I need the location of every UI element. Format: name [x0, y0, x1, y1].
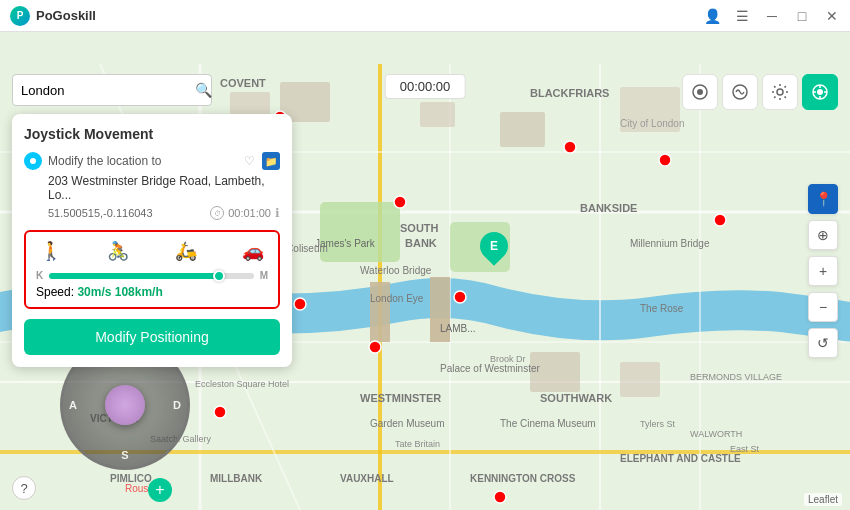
speed-prefix: Speed: [36, 285, 74, 299]
transport-icons: 🚶 🚴 🛵 🚗 [36, 240, 268, 262]
svg-point-50 [394, 196, 406, 208]
svg-text:BANK: BANK [405, 237, 437, 249]
favorite-button[interactable]: ♡ [240, 152, 258, 170]
svg-text:MILLBANK: MILLBANK [210, 473, 263, 484]
svg-point-58 [494, 491, 506, 503]
refresh-button[interactable]: ↺ [808, 328, 838, 358]
moped-icon[interactable]: 🛵 [175, 240, 197, 262]
time-value: 00:01:00 [228, 207, 271, 219]
svg-text:Eccleston Square Hotel: Eccleston Square Hotel [195, 379, 289, 389]
leaflet-credit: Leaflet [804, 493, 842, 506]
maximize-icon[interactable]: □ [794, 8, 810, 24]
svg-point-51 [564, 141, 576, 153]
svg-text:James's Park: James's Park [315, 238, 376, 249]
svg-point-53 [714, 214, 726, 226]
svg-text:The Cinema Museum: The Cinema Museum [500, 418, 596, 429]
svg-rect-12 [320, 202, 400, 262]
cursor-button[interactable]: ⊕ [808, 220, 838, 250]
search-icon[interactable]: 🔍 [195, 82, 212, 98]
speed-slider[interactable] [49, 273, 253, 279]
svg-text:London Eye: London Eye [370, 293, 424, 304]
location-time: ⏱ 00:01:00 ℹ [210, 206, 280, 220]
titlebar-controls: 👤 ☰ ─ □ ✕ [704, 8, 840, 24]
svg-text:WALWORTH: WALWORTH [690, 429, 742, 439]
svg-text:ELEPHANT AND CASTLE: ELEPHANT AND CASTLE [620, 453, 741, 464]
info-icon: ℹ [275, 206, 280, 220]
svg-text:SOUTH: SOUTH [400, 222, 439, 234]
walk-icon[interactable]: 🚶 [40, 240, 62, 262]
svg-text:East St: East St [730, 444, 760, 454]
zoom-in-button[interactable]: + [808, 256, 838, 286]
titlebar: P PoGoskill 👤 ☰ ─ □ ✕ [0, 0, 850, 32]
svg-rect-17 [500, 112, 545, 147]
speed-value: 30m/s 108km/h [77, 285, 162, 299]
clock-icon: ⏱ [210, 206, 224, 220]
svg-text:The Rose: The Rose [640, 303, 684, 314]
svg-point-57 [369, 341, 381, 353]
timer-display: 00:00:00 [385, 74, 466, 99]
location-pin-button[interactable]: 📍 [808, 184, 838, 214]
svg-rect-21 [370, 282, 390, 342]
location-coords: 51.500515,-0.116043 [48, 207, 153, 219]
svg-text:Brook Dr: Brook Dr [490, 354, 526, 364]
search-input[interactable] [21, 83, 189, 98]
speed-label: Speed: 30m/s 108km/h [36, 285, 268, 299]
svg-text:City of London: City of London [620, 118, 685, 129]
svg-text:BLACKFRIARS: BLACKFRIARS [530, 87, 609, 99]
joystick-center[interactable] [105, 385, 145, 425]
modify-positioning-button[interactable]: Modify Positioning [24, 319, 280, 355]
svg-text:LAMB...: LAMB... [440, 323, 476, 334]
slider-k-label: K [36, 270, 43, 281]
map-ctrl-joystick[interactable] [802, 74, 838, 110]
help-button[interactable]: ? [12, 476, 36, 500]
panel-title: Joystick Movement [24, 126, 280, 142]
menu-icon[interactable]: ☰ [734, 8, 750, 24]
add-pin-button[interactable]: + [148, 478, 172, 502]
logo-icon: P [10, 6, 30, 26]
svg-text:Millennium Bridge: Millennium Bridge [630, 238, 710, 249]
minimize-icon[interactable]: ─ [764, 8, 780, 24]
slider-m-label: M [260, 270, 268, 281]
zoom-out-button[interactable]: − [808, 292, 838, 322]
close-icon[interactable]: ✕ [824, 8, 840, 24]
joystick-south: S [121, 449, 128, 461]
joystick-east: D [173, 399, 181, 411]
map-area: SOHO COVENT BLACKFRIARS BANKSIDE SOUTH B… [0, 32, 850, 510]
map-top-controls [682, 74, 838, 110]
panel: Joystick Movement Modify the location to… [12, 114, 292, 367]
svg-rect-16 [420, 102, 455, 127]
map-ctrl-route[interactable] [722, 74, 758, 110]
location-coords-row: 51.500515,-0.116043 ⏱ 00:01:00 ℹ [24, 206, 280, 220]
speed-section: 🚶 🚴 🛵 🚗 K M Speed: 30m/s 108km/h [24, 230, 280, 309]
svg-text:Waterloo Bridge: Waterloo Bridge [360, 265, 432, 276]
svg-text:Palace of Westminster: Palace of Westminster [440, 363, 541, 374]
app-title: PoGoskill [36, 8, 96, 23]
map-ctrl-teleport[interactable] [682, 74, 718, 110]
svg-text:SOUTHWARK: SOUTHWARK [540, 392, 612, 404]
svg-point-52 [659, 154, 671, 166]
svg-point-72 [697, 89, 703, 95]
location-address: 203 Westminster Bridge Road, Lambeth, Lo… [24, 174, 280, 202]
svg-point-74 [777, 89, 783, 95]
svg-text:WESTMINSTER: WESTMINSTER [360, 392, 441, 404]
svg-point-76 [817, 89, 823, 95]
svg-text:KENNINGTON CROSS: KENNINGTON CROSS [470, 473, 576, 484]
svg-text:BERMONDS VILLAGE: BERMONDS VILLAGE [690, 372, 782, 382]
location-row: Modify the location to ♡ 📁 [24, 152, 280, 170]
save-folder-button[interactable]: 📁 [262, 152, 280, 170]
app-logo: P PoGoskill [10, 6, 96, 26]
svg-text:BANKSIDE: BANKSIDE [580, 202, 637, 214]
search-bar: 🔍 [12, 74, 212, 106]
speed-slider-row: K M [36, 270, 268, 281]
svg-point-54 [294, 298, 306, 310]
speed-thumb[interactable] [213, 270, 225, 282]
svg-point-56 [214, 406, 226, 418]
bike-icon[interactable]: 🚴 [107, 240, 129, 262]
svg-rect-20 [620, 362, 660, 397]
account-icon[interactable]: 👤 [704, 8, 720, 24]
svg-text:COVENT: COVENT [220, 77, 266, 89]
car-icon[interactable]: 🚗 [242, 240, 264, 262]
map-ctrl-settings[interactable] [762, 74, 798, 110]
joystick-west: A [69, 399, 77, 411]
svg-text:Tate Britain: Tate Britain [395, 439, 440, 449]
